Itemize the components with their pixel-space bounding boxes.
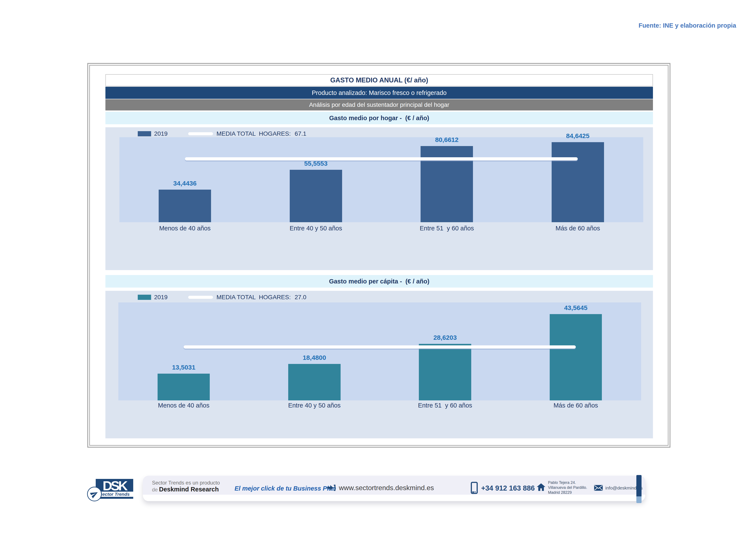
value-label-2: 28,6203 [433, 334, 457, 341]
category-label-2: Entre 51 y 60 años [381, 225, 512, 235]
footer-product-text: Sector Trends es un producto deDeskmind … [152, 480, 220, 493]
bar-0 [158, 374, 210, 400]
home-icon [537, 483, 545, 491]
phone-icon [471, 482, 478, 495]
phone-number: +34 912 163 886 [481, 484, 535, 492]
value-label-0: 34,4436 [173, 180, 197, 187]
media-label: MEDIA TOTAL HOGARES: [216, 130, 291, 137]
value-label-1: 55,5553 [304, 160, 327, 167]
series-label: 2019 [154, 130, 168, 137]
footer-phone: +34 912 163 886 [471, 482, 535, 495]
footer-card-bottom-strip [143, 495, 645, 501]
media-line-swatch [188, 296, 213, 299]
media-value: 67.1 [295, 130, 307, 137]
footer-tagline: El mejor click de tu Business Plan [234, 485, 336, 492]
category-label-0: Menos de 40 años [118, 402, 249, 412]
website-url: www.sectortrends.deskmind.es [339, 484, 434, 492]
bar-0 [159, 190, 211, 222]
bar-3 [550, 314, 602, 400]
footer-product-line1: Sector Trends es un producto [152, 480, 220, 486]
series-label: 2019 [154, 294, 168, 301]
media-total-line [185, 157, 578, 160]
bar-1 [288, 364, 340, 400]
media-total-line [184, 345, 576, 349]
media-value: 27.0 [295, 294, 307, 301]
category-label-0: Menos de 40 años [120, 225, 251, 235]
chart2-legend: 2019 MEDIA TOTAL HOGARES: 27.0 [138, 294, 306, 301]
footer-website: www.sectortrends.deskmind.es [326, 483, 434, 493]
footer-product-line2: deDeskmind Research [152, 486, 220, 493]
series-color-swatch [138, 295, 151, 300]
chart-per-household: 2019 MEDIA TOTAL HOGARES: 67.1 34,443655… [105, 127, 653, 270]
paper-plane-icon [87, 487, 102, 501]
report-frame: GASTO MEDIO ANUAL (€/ año) Producto anal… [87, 63, 670, 448]
report-frame-inner: GASTO MEDIO ANUAL (€/ año) Producto anal… [89, 65, 668, 446]
bar-2 [419, 344, 471, 400]
value-label-1: 18,4800 [303, 354, 326, 361]
category-label-1: Entre 40 y 50 años [249, 402, 380, 412]
media-line-swatch [188, 132, 213, 135]
source-note: Fuente: INE y elaboración propia [638, 22, 736, 29]
plot-area: 34,443655,555380,661284,6425 [120, 137, 643, 222]
value-label-2: 80,6612 [435, 136, 459, 143]
value-label-3: 43,5645 [564, 304, 587, 312]
chart1-subtitle: Gasto medio por hogar - (€ / año) [105, 112, 653, 124]
bar-1 [290, 170, 342, 222]
category-label-1: Entre 40 y 50 años [251, 225, 382, 235]
footer-ribbon [636, 475, 641, 503]
category-axis: Menos de 40 añosEntre 40 y 50 añosEntre … [120, 225, 643, 235]
envelope-icon [594, 485, 603, 491]
footer-address: Pablo Tejera 24. Villanueva del Pardillo… [537, 480, 587, 495]
address-line-2: Villanueva del Pardillo. [548, 485, 587, 490]
bar-3 [552, 142, 604, 222]
value-label-3: 84,6425 [566, 132, 589, 140]
category-label-3: Más de 60 años [512, 225, 643, 235]
analysis-banner: Análisis por edad del sustentador princi… [105, 99, 653, 110]
report-title: GASTO MEDIO ANUAL (€/ año) [105, 74, 653, 86]
category-axis: Menos de 40 añosEntre 40 y 50 añosEntre … [118, 402, 641, 412]
value-label-0: 13,5031 [172, 364, 195, 371]
address-line-3: Madrid 28229 [548, 490, 587, 495]
report-page: Fuente: INE y elaboración propia GASTO M… [0, 0, 756, 535]
plot-area: 13,503118,480028,620343,5645 [118, 302, 641, 400]
series-color-swatch [138, 131, 151, 136]
product-analyzed-banner: Producto analizado: Marisco fresco o ref… [105, 87, 653, 99]
chart-per-capita: 2019 MEDIA TOTAL HOGARES: 27.0 13,503118… [105, 291, 653, 438]
footer-email: info@deskmind.es [594, 485, 643, 491]
category-label-3: Más de 60 años [510, 402, 641, 412]
address-line-1: Pablo Tejera 24. [548, 480, 587, 485]
arrow-bracket-icon [326, 483, 336, 493]
chart1-legend: 2019 MEDIA TOTAL HOGARES: 67.1 [138, 130, 306, 138]
footer-company-name: Deskmind Research [159, 486, 219, 493]
chart2-subtitle: Gasto medio per cápita - (€ / año) [105, 275, 653, 288]
category-label-2: Entre 51 y 60 años [380, 402, 510, 412]
media-label: MEDIA TOTAL HOGARES: [216, 294, 291, 301]
dsk-logo-text: DSK [96, 478, 133, 493]
